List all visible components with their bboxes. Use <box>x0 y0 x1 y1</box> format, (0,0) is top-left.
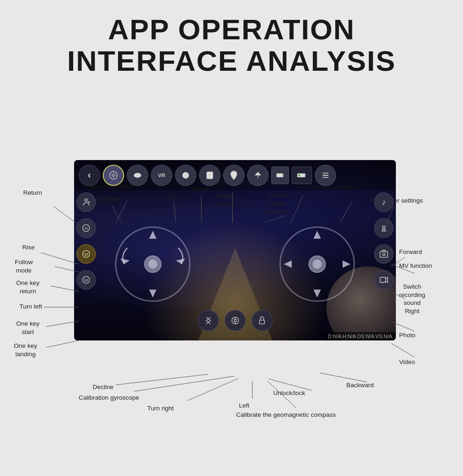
flight-record-button[interactable] <box>199 165 220 186</box>
interface-button[interactable] <box>127 165 148 186</box>
svg-point-2 <box>114 175 115 176</box>
svg-marker-42 <box>313 231 321 239</box>
status-bar: D:N/A H:N/A DS:N/A VS:N/A <box>324 332 396 340</box>
one-key-return-button[interactable]: H <box>76 218 96 238</box>
turn-right-label: Turn right <box>147 404 174 413</box>
drone-screen: ‹ VR <box>74 160 396 340</box>
calibrate-geomagnetic-label: Calibrate the geomagnetic compass <box>236 411 336 419</box>
svg-rect-35 <box>380 278 386 283</box>
unlock-lock-button[interactable] <box>251 310 273 331</box>
diagram-wrapper: ‹ VR <box>0 81 463 442</box>
left-label: Left <box>239 402 250 410</box>
svg-point-34 <box>382 253 385 256</box>
svg-marker-45 <box>343 260 350 268</box>
svg-text:M: M <box>84 252 88 257</box>
photo-label: Photo <box>399 331 415 340</box>
svg-line-69 <box>46 340 79 347</box>
title-section: APP OPERATION INTERFACE ANALYSIS <box>0 0 463 77</box>
return-button[interactable]: ‹ <box>79 165 100 186</box>
mv-function-button[interactable]: ♪ <box>374 192 394 212</box>
page-title-line1: APP OPERATION <box>0 14 463 45</box>
decline-label: Decline <box>93 383 113 391</box>
svg-text:H: H <box>85 226 88 231</box>
left-joystick[interactable] <box>106 218 199 310</box>
video-label: Video <box>399 358 415 366</box>
page-title-line2: INTERFACE ANALYSIS <box>0 45 463 77</box>
svg-marker-38 <box>120 259 130 264</box>
switch-recording-button[interactable] <box>374 218 394 238</box>
svg-rect-20 <box>298 174 300 176</box>
photo-button[interactable] <box>374 244 394 264</box>
svg-point-4 <box>113 176 114 177</box>
follow-mode-button[interactable] <box>76 192 96 212</box>
svg-rect-33 <box>380 252 388 258</box>
gps-signal-button[interactable] <box>247 165 269 186</box>
switch-recording-label: SwitchrecordingsoundRight <box>399 283 425 315</box>
svg-line-81 <box>391 343 414 357</box>
svg-point-47 <box>313 260 322 269</box>
svg-line-71 <box>134 376 235 391</box>
svg-point-1 <box>112 175 113 176</box>
svg-rect-32 <box>382 231 386 232</box>
one-key-landing-label: One keylanding <box>14 342 37 358</box>
svg-line-76 <box>319 373 367 382</box>
return-label: Return <box>23 189 42 197</box>
decline-button[interactable] <box>198 310 219 331</box>
unlock-lock-label: Unlock/lock <box>273 389 305 397</box>
left-side-controls: H M M <box>76 192 96 290</box>
svg-text:M: M <box>84 278 88 283</box>
svg-rect-52 <box>259 320 264 324</box>
svg-point-31 <box>382 226 385 229</box>
video-button[interactable] <box>374 270 394 290</box>
calibration-gyroscope-label: Calibration gyroscope <box>79 394 139 402</box>
svg-marker-36 <box>149 231 156 239</box>
svg-point-8 <box>185 174 187 176</box>
svg-line-64 <box>41 253 79 264</box>
battery-button[interactable] <box>292 167 312 184</box>
svg-marker-39 <box>176 259 185 264</box>
electricity-button[interactable] <box>271 167 289 184</box>
gamepad-button[interactable] <box>103 165 124 186</box>
rise-label: Rise <box>22 243 35 252</box>
backward-label: Backward <box>346 381 374 389</box>
svg-line-70 <box>116 374 208 385</box>
right-side-controls: ♪ <box>374 192 394 290</box>
svg-point-24 <box>85 199 88 202</box>
forward-label: Forward <box>399 248 422 256</box>
album-button[interactable] <box>175 165 196 186</box>
turn-left-label: Turn left <box>19 303 42 311</box>
one-key-start-label: One keystart <box>16 320 39 336</box>
fixed-point-button[interactable] <box>223 165 244 186</box>
svg-point-49 <box>234 320 237 322</box>
svg-rect-14 <box>277 173 283 177</box>
svg-line-72 <box>188 378 238 401</box>
one-key-landing-button[interactable]: M <box>76 270 96 290</box>
calibration-gyroscope-button[interactable] <box>225 310 246 331</box>
bottom-center-buttons <box>198 310 273 331</box>
toolbar: ‹ VR <box>74 160 396 190</box>
svg-point-3 <box>113 173 114 175</box>
mv-function-label: MV function <box>399 262 432 270</box>
svg-marker-37 <box>149 290 156 297</box>
svg-point-0 <box>110 172 118 179</box>
right-joystick[interactable] <box>271 218 363 310</box>
follow-mode-label: Followmode <box>15 258 33 274</box>
svg-marker-44 <box>284 260 292 268</box>
one-key-return-label: One keyreturn <box>16 279 39 295</box>
svg-point-41 <box>148 260 157 269</box>
vr-button[interactable]: VR <box>151 165 172 186</box>
svg-point-6 <box>137 174 139 177</box>
one-key-start-button[interactable]: M <box>76 244 96 264</box>
parameter-settings-button[interactable] <box>315 165 336 186</box>
svg-marker-43 <box>313 290 321 297</box>
